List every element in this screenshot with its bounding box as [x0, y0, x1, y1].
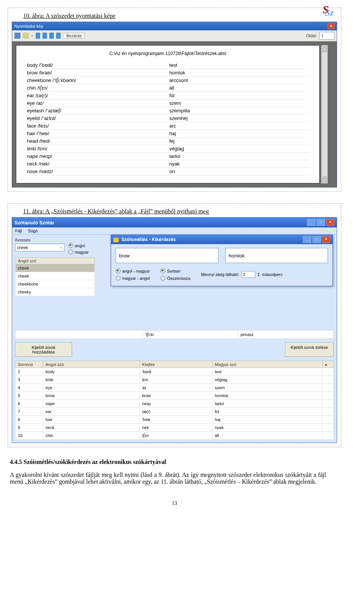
section-heading: 4.4.5 Szóismétlés/szókikérdezés az elekt…	[10, 459, 326, 465]
quiz-word-right: homlok	[225, 248, 328, 263]
table-row[interactable]: 7earɪə(r)fül	[16, 408, 334, 416]
page-first-icon[interactable]	[36, 33, 40, 39]
col-angol-szo: Angol szó	[16, 258, 95, 264]
radio-empty-icon	[116, 276, 121, 281]
main-app-window: Szótanuló Szótár _ □ × Fájl Súgó Keresés…	[12, 217, 337, 443]
vocab-row: body /ˈbɒdi/test	[25, 62, 310, 69]
scrollbar[interactable]	[321, 45, 328, 183]
list-item[interactable]: cheekbone	[16, 280, 95, 288]
radio-selected-icon	[160, 268, 165, 273]
close-preview-button[interactable]: Bezárás	[63, 33, 85, 39]
print-icon[interactable]	[14, 33, 20, 39]
remove-selected-button[interactable]: Kijelölt sorok törlése	[285, 342, 334, 357]
table-row[interactable]: 8hair'heəhaj	[16, 416, 334, 424]
vocab-row: limb /lɪm/végtag	[25, 145, 310, 153]
page-next-icon[interactable]	[49, 33, 54, 39]
page-number: 13	[8, 500, 341, 506]
radio-empty-icon	[160, 276, 165, 281]
vocab-row: nose /nəʊz/orr	[25, 168, 310, 175]
print-toolbar: ▾ Bezárás Oldal: 1	[12, 30, 337, 41]
zoom-icon[interactable]	[23, 33, 29, 39]
dialog-maximize-icon[interactable]: □	[312, 236, 321, 243]
duration-unit: másodperc	[262, 272, 282, 277]
figure-10-caption: 10. ábra: A szószedet nyomtatási képe	[23, 13, 337, 19]
figure-11-caption: 11. ábra: A „Szóismétlés - Kikérdezés” a…	[23, 208, 337, 215]
menu-file[interactable]: Fájl	[15, 229, 22, 233]
table-row[interactable]: 9neckneknyak	[16, 424, 334, 432]
vocab-row: face /feɪs/arc	[25, 122, 310, 130]
vocab-row: ear /ɪə(r)/fül	[25, 92, 310, 99]
app-title: Szótanuló Szótár	[14, 220, 54, 226]
section-text: 4.4.5 Szóismétlés/szókikérdezés az elekt…	[10, 459, 326, 485]
radio-order-sequential[interactable]: Sorban	[160, 268, 190, 273]
list-item[interactable]: cheek	[16, 272, 95, 280]
radio-lang-hungarian[interactable]: magyar	[68, 249, 89, 254]
radio-empty-icon	[68, 249, 73, 254]
radio-dir-en-hu[interactable]: angol - magyar	[116, 268, 150, 273]
page-number-input[interactable]: 1	[319, 32, 334, 39]
maximize-icon[interactable]: □	[317, 219, 325, 226]
vocab-row: brow /braʊ/homlok	[25, 69, 310, 77]
page-last-icon[interactable]	[56, 33, 61, 39]
table-row[interactable]: 2body'bɒditest	[16, 368, 334, 376]
menu-bar: Fájl Súgó	[12, 227, 337, 235]
col-angol: Angol szó	[43, 361, 140, 368]
vocab-row: hair /ˈheə/haj	[25, 130, 310, 137]
vocab-row: eyelash /ˈaɪlæʃ/szempilla	[25, 107, 310, 115]
app-titlebar: Szótanuló Szótár _ □ ×	[12, 218, 337, 227]
col-kiejtes: Kiejtés	[140, 361, 212, 368]
search-input[interactable]: cheek ×	[15, 244, 64, 251]
radio-dir-hu-en[interactable]: magyar - angol	[116, 276, 150, 281]
table-row[interactable]: 5browbraʊhomlok	[16, 392, 334, 400]
table-row[interactable]: 4eyeaɪszem	[16, 384, 334, 392]
col-magyar: Magyar szó	[212, 361, 323, 368]
print-preview-window: Nyomtatási kép × ▾ Bezárás Oldal: 1 C:\A…	[12, 22, 337, 188]
radio-lang-english[interactable]: angol	[68, 243, 89, 248]
vocabulary-table: body /ˈbɒdi/testbrow /braʊ/homlokcheekbo…	[25, 62, 310, 175]
list-item[interactable]: cheek	[16, 264, 95, 272]
dialog-app-icon	[113, 238, 119, 242]
vocab-row: head /hed/fej	[25, 137, 310, 145]
radio-selected-icon	[68, 243, 73, 248]
selected-words-table[interactable]: Sorrend Angol szó Kiejtés Magyar szó ▴ 2…	[15, 361, 334, 440]
vocab-row: neck /nek/nyak	[25, 160, 310, 168]
table-row[interactable]: 6napeneɪptarkó	[16, 400, 334, 408]
close-icon[interactable]: ×	[326, 219, 334, 226]
quiz-dialog: Szóismétlés - Kikérdezés _ □ × brow homl…	[111, 235, 333, 286]
dialog-close-icon[interactable]: ×	[322, 236, 330, 243]
figure-11-container: 11. ábra: A „Szóismétlés - Kikérdezés” a…	[8, 203, 341, 447]
stepper-down-icon[interactable]: ▼	[257, 274, 260, 277]
dialog-minimize-icon[interactable]: _	[303, 236, 311, 243]
vocab-row: chin /tʃɪn/áll	[25, 84, 310, 92]
section-paragraph: A gyakorolni kívánt szószedet fájlját me…	[10, 472, 326, 485]
dialog-titlebar: Szóismétlés - Kikérdezés _ □ ×	[111, 235, 333, 244]
clear-search-icon[interactable]: ×	[60, 245, 63, 250]
page-prev-icon[interactable]	[42, 33, 47, 39]
close-icon[interactable]: ×	[328, 23, 334, 29]
search-label: Keresés	[15, 238, 64, 242]
radio-order-random[interactable]: Összevissza	[160, 276, 190, 281]
col-sorrend: Sorrend	[16, 361, 43, 368]
vocab-row: eyelid /ˈaɪlɪd/szemhéj	[25, 115, 310, 122]
table-row[interactable]: 3limblɪmvégtag	[16, 376, 334, 384]
duration-stepper[interactable]: 2	[242, 271, 255, 278]
search-results-table[interactable]: Angol szó cheekcheekcheekbonecheeky	[15, 257, 95, 296]
figure-10-container: 10. ábra: A szószedet nyomtatási képe Ny…	[8, 8, 341, 192]
list-item[interactable]: cheeky	[16, 288, 95, 296]
page-logo: SSz	[323, 3, 337, 16]
duration-label: Mennyi ideig látható:	[201, 272, 239, 277]
vocab-row: eye /aɪ/szem	[25, 99, 310, 107]
add-selected-button[interactable]: Kijelölt sorok hozzáadása	[15, 342, 72, 357]
vocab-row: cheekbone /ˈtʃi:kbəʊn/arccsont	[25, 77, 310, 84]
file-path: C:\Az én nyelvprogramjaim 110728\Fájlok\…	[25, 51, 310, 56]
minimize-icon[interactable]: _	[307, 219, 315, 226]
menu-help[interactable]: Súgó	[28, 229, 38, 233]
print-window-titlebar: Nyomtatási kép ×	[12, 22, 337, 30]
table-row[interactable]: 10chintʃɪnáll	[16, 432, 334, 440]
page-label: Oldal:	[306, 33, 317, 38]
print-window-title: Nyomtatási kép	[14, 24, 43, 28]
quiz-word-left: brow	[116, 248, 218, 263]
vocab-row: nape /neɪp/tarkó	[25, 153, 310, 160]
extra-result-row: 'tʃi:ki pimasz	[15, 330, 334, 339]
scroll-up-icon[interactable]: ▴	[323, 361, 334, 368]
